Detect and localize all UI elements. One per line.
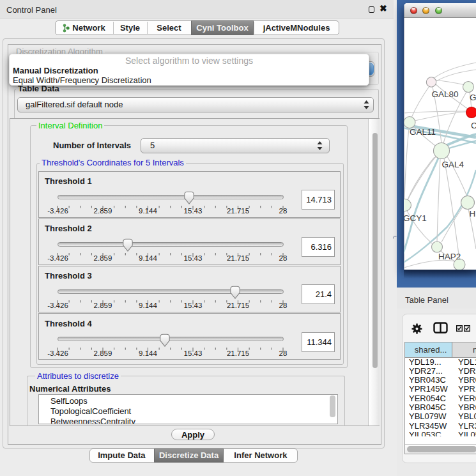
svg-text:HAP2: HAP2: [438, 252, 461, 261]
svg-text:C: C: [471, 121, 476, 130]
svg-text:GAL11: GAL11: [410, 127, 436, 137]
svg-text:GA: GA: [470, 93, 476, 102]
svg-text:GAL80: GAL80: [432, 89, 459, 99]
svg-text:GAL4: GAL4: [442, 160, 464, 169]
svg-text:H: H: [470, 209, 476, 219]
svg-text:GCY1: GCY1: [404, 213, 427, 223]
